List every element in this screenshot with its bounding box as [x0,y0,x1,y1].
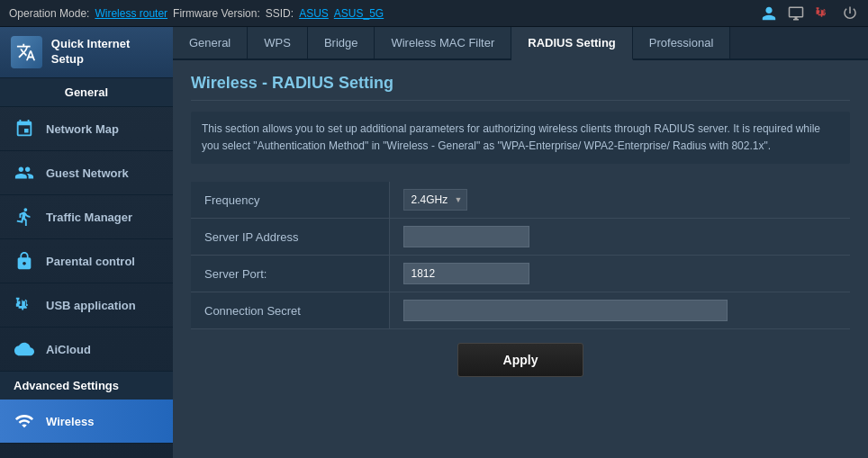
connection-secret-row: Connection Secret [191,292,850,329]
server-port-row: Server Port: [191,256,850,292]
apply-section: Apply [191,329,850,391]
network-map-label: Network Map [46,122,119,136]
server-ip-input[interactable] [403,226,529,247]
operation-mode-label: Operation Mode: [9,7,89,20]
power-icon[interactable] [841,4,859,22]
usb-application-icon [14,294,35,316]
tab-wireless-mac-filter[interactable]: Wireless MAC Filter [375,27,511,58]
ssid-label: SSID: [266,7,294,20]
parental-control-label: Parental control [46,255,135,268]
traffic-manager-label: Traffic Manager [46,211,132,224]
sidebar-item-network-map[interactable]: Network Map [0,107,173,151]
guest-network-label: Guest Network [46,166,129,180]
ssid-value[interactable]: ASUS [299,7,329,20]
frequency-select[interactable]: 2.4GHz 5GHz [403,189,467,211]
quick-setup-label: Quick Internet Setup [51,37,162,67]
ssid-5g-value[interactable]: ASUS_5G [334,7,384,20]
server-port-field [389,256,850,292]
content-area: General WPS Bridge Wireless MAC Filter R… [173,27,868,458]
sidebar-item-traffic-manager[interactable]: Traffic Manager [0,195,173,239]
tab-general[interactable]: General [173,27,248,58]
sidebar-item-wireless[interactable]: Wireless [0,400,173,444]
aicloud-icon [14,338,35,360]
tab-wps[interactable]: WPS [248,27,308,58]
sidebar-item-aicloud[interactable]: AiCloud [0,328,173,372]
general-section-header: General [0,78,173,107]
firmware-label: Firmware Version: [173,7,260,20]
server-port-input[interactable] [403,263,529,284]
parental-control-icon [14,250,35,272]
aicloud-label: AiCloud [46,343,91,356]
top-bar-info: Operation Mode: Wireless router Firmware… [9,7,384,20]
sidebar: Quick Internet Setup General Network Map… [0,27,173,458]
apply-button[interactable]: Apply [457,343,584,377]
monitor-icon[interactable] [787,4,805,22]
top-bar-icons [760,4,859,22]
usb-icon[interactable] [814,4,832,22]
advanced-settings-header: Advanced Settings [0,372,173,400]
tab-professional[interactable]: Professional [633,27,731,58]
frequency-label: Frequency [191,182,389,219]
server-ip-label: Server IP Address [191,219,389,256]
tab-bar: General WPS Bridge Wireless MAC Filter R… [173,27,868,60]
description-text: This section allows you to set up additi… [191,112,850,164]
operation-mode-value[interactable]: Wireless router [95,7,167,20]
sidebar-item-usb-application[interactable]: USB application [0,283,173,328]
usb-application-label: USB application [46,299,136,312]
server-port-label: Server Port: [191,256,389,292]
wireless-icon [14,410,35,432]
sidebar-item-parental-control[interactable]: Parental control [0,239,173,283]
server-ip-field [389,219,850,256]
tab-bridge[interactable]: Bridge [308,27,375,58]
form-table: Frequency 2.4GHz 5GHz Server [191,182,850,329]
quick-internet-setup[interactable]: Quick Internet Setup [0,27,173,78]
sidebar-item-guest-network[interactable]: Guest Network [0,151,173,195]
top-bar: Operation Mode: Wireless router Firmware… [0,0,868,27]
wireless-label: Wireless [46,415,94,428]
tab-radius-setting[interactable]: RADIUS Setting [511,27,633,60]
connection-secret-field [389,292,850,329]
frequency-row: Frequency 2.4GHz 5GHz [191,182,850,219]
quick-setup-icon [11,36,42,68]
network-map-icon [14,118,35,139]
traffic-manager-icon [14,206,35,228]
main-layout: Quick Internet Setup General Network Map… [0,27,868,458]
main-content: Wireless - RADIUS Setting This section a… [173,60,868,458]
user-icon[interactable] [760,4,778,22]
connection-secret-label: Connection Secret [191,292,389,329]
frequency-select-wrapper: 2.4GHz 5GHz [403,189,467,211]
connection-secret-input[interactable] [403,300,728,321]
frequency-field: 2.4GHz 5GHz [389,182,850,219]
page-title: Wireless - RADIUS Setting [191,74,850,101]
guest-network-icon [14,162,35,184]
server-ip-row: Server IP Address [191,219,850,256]
